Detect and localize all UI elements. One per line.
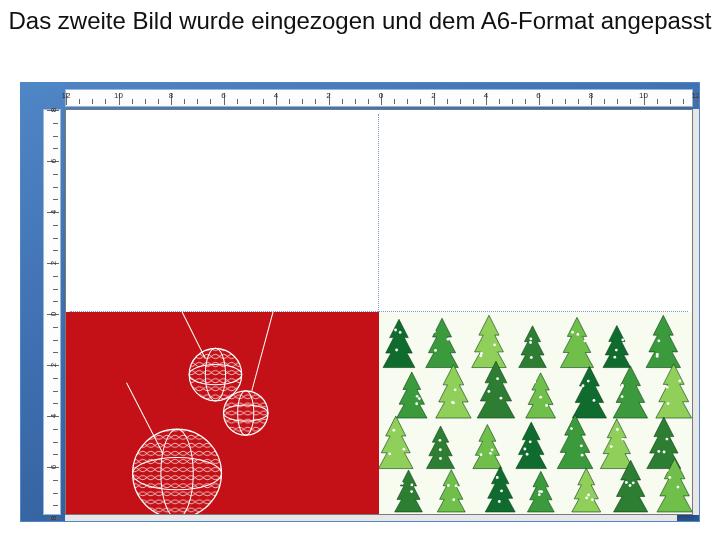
svg-point-53 <box>678 379 681 382</box>
svg-point-93 <box>666 469 669 472</box>
svg-point-50 <box>620 385 623 388</box>
svg-point-64 <box>526 453 529 456</box>
svg-point-15 <box>447 338 450 341</box>
svg-point-42 <box>539 396 542 399</box>
svg-point-75 <box>401 482 404 485</box>
vruler-label: 8 <box>49 511 58 522</box>
svg-point-92 <box>632 481 635 484</box>
svg-point-45 <box>593 399 596 402</box>
svg-point-20 <box>493 343 496 346</box>
svg-point-79 <box>452 498 455 501</box>
svg-point-91 <box>629 484 632 487</box>
svg-point-4 <box>224 391 268 435</box>
svg-point-70 <box>621 438 624 441</box>
svg-point-80 <box>447 484 450 487</box>
svg-point-69 <box>610 445 613 448</box>
svg-point-40 <box>500 397 503 400</box>
hruler-label: 4 <box>484 91 488 100</box>
bottom-right-image <box>379 312 692 514</box>
trees-svg <box>379 312 692 514</box>
hruler-label: 8 <box>589 91 593 100</box>
svg-point-71 <box>616 428 619 431</box>
svg-point-86 <box>538 490 541 493</box>
svg-point-19 <box>479 354 482 357</box>
slide: Das zweite Bild wurde eingezogen und dem… <box>0 0 720 540</box>
svg-point-43 <box>545 404 548 407</box>
svg-point-73 <box>663 451 666 454</box>
grid-dots <box>72 116 686 312</box>
svg-point-3 <box>189 348 242 401</box>
svg-point-72 <box>657 450 660 453</box>
svg-point-34 <box>416 395 419 398</box>
svg-point-35 <box>415 402 418 405</box>
svg-line-1 <box>252 312 273 391</box>
svg-point-54 <box>402 448 405 451</box>
svg-point-33 <box>418 397 421 400</box>
vruler-label: 0 <box>49 307 58 321</box>
hruler-label: 2 <box>431 91 435 100</box>
hruler-label: 6 <box>536 91 540 100</box>
vruler-label: 6 <box>49 154 58 168</box>
vruler-label: 4 <box>49 409 58 423</box>
svg-point-59 <box>439 439 442 442</box>
svg-point-49 <box>621 395 624 398</box>
hruler-label: 0 <box>379 91 383 100</box>
hruler-label: 12 <box>692 91 700 100</box>
svg-point-14 <box>394 329 397 332</box>
svg-point-29 <box>613 356 616 359</box>
svg-point-26 <box>576 333 579 336</box>
svg-point-60 <box>489 452 492 455</box>
svg-point-21 <box>530 356 533 359</box>
svg-point-23 <box>529 341 532 344</box>
hruler-label: 12 <box>62 91 71 100</box>
svg-point-67 <box>580 444 583 447</box>
svg-point-41 <box>496 377 499 380</box>
svg-point-27 <box>615 349 618 352</box>
svg-point-30 <box>657 339 660 342</box>
svg-point-76 <box>410 484 413 487</box>
svg-point-32 <box>656 353 659 356</box>
slide-title: Das zweite Bild wurde eingezogen und dem… <box>0 6 720 36</box>
word-editor-screenshot: 12108642024681012 864202468 <box>20 82 700 522</box>
svg-point-52 <box>666 386 669 389</box>
svg-point-68 <box>581 454 584 457</box>
svg-point-16 <box>434 349 437 352</box>
svg-point-46 <box>582 384 585 387</box>
svg-point-66 <box>570 427 573 430</box>
hruler-label: 6 <box>221 91 225 100</box>
svg-point-55 <box>388 452 391 455</box>
svg-point-57 <box>439 457 442 460</box>
vruler-label: 2 <box>49 256 58 270</box>
hruler-label: 10 <box>639 91 648 100</box>
svg-point-18 <box>480 352 483 355</box>
svg-point-25 <box>584 339 587 342</box>
svg-point-95 <box>677 486 680 489</box>
hruler-label: 2 <box>326 91 330 100</box>
ornaments-svg <box>66 312 379 514</box>
vertical-scrollbar[interactable] <box>693 109 699 515</box>
svg-point-89 <box>591 498 594 501</box>
svg-point-17 <box>433 330 436 333</box>
bottom-left-image <box>66 312 379 514</box>
hruler-label: 8 <box>169 91 173 100</box>
svg-point-44 <box>533 380 536 383</box>
page-canvas <box>65 109 693 515</box>
svg-point-58 <box>439 448 442 451</box>
svg-point-38 <box>452 401 455 404</box>
horizontal-ruler: 12108642024681012 <box>65 89 693 107</box>
svg-point-77 <box>410 490 413 493</box>
svg-point-74 <box>666 438 669 441</box>
svg-point-63 <box>523 448 526 451</box>
svg-point-5 <box>133 429 222 514</box>
hruler-label: 4 <box>274 91 278 100</box>
svg-point-82 <box>498 500 501 503</box>
svg-point-81 <box>500 490 503 493</box>
horizontal-scrollbar[interactable] <box>65 515 677 521</box>
vertical-ruler: 864202468 <box>43 109 61 515</box>
hruler-label: 10 <box>114 91 123 100</box>
svg-point-87 <box>587 494 590 497</box>
vruler-label: 4 <box>49 205 58 219</box>
svg-point-84 <box>538 493 541 496</box>
svg-point-39 <box>487 390 490 393</box>
svg-point-47 <box>587 380 590 383</box>
